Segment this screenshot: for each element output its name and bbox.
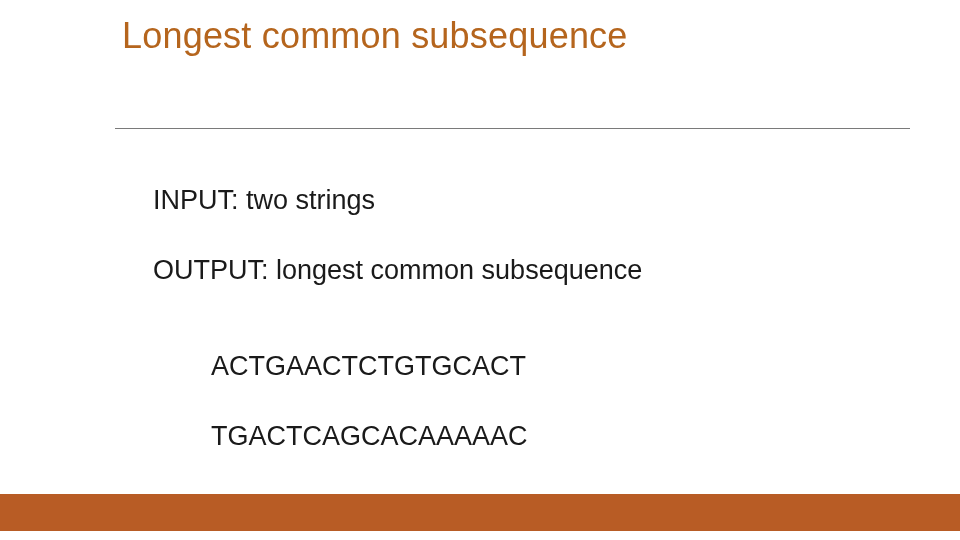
input-definition: INPUT: two strings bbox=[153, 184, 375, 216]
slide: Longest common subsequence INPUT: two st… bbox=[0, 0, 960, 540]
output-definition: OUTPUT: longest common subsequence bbox=[153, 254, 642, 286]
footer-accent-bar-thin bbox=[0, 524, 960, 531]
footer-accent-bar-thick bbox=[0, 494, 960, 524]
example-sequence-1: ACTGAACTCTGTGCACT bbox=[211, 350, 526, 382]
slide-title: Longest common subsequence bbox=[122, 15, 628, 57]
example-sequence-2: TGACTCAGCACAAAAAC bbox=[211, 420, 528, 452]
title-divider bbox=[115, 128, 910, 129]
